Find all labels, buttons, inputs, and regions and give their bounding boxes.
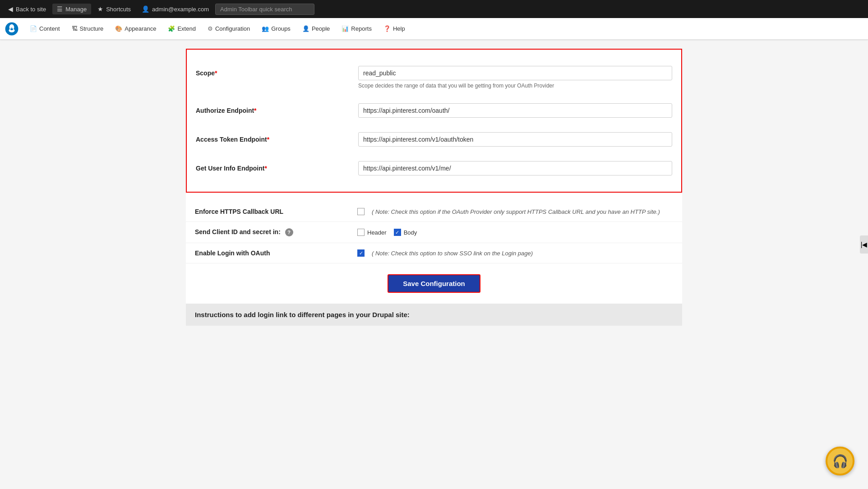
main-content: Scope* Scope decides the range of data t…: [0, 40, 868, 489]
structure-icon: 🏗: [72, 25, 78, 32]
enforce-https-controls: ( Note: Check this option if the OAuth P…: [357, 208, 673, 215]
scope-description: Scope decides the range of data that you…: [358, 83, 672, 89]
authorize-endpoint-input-wrap: [358, 103, 672, 118]
access-token-required-marker: *: [267, 136, 269, 143]
send-client-help-icon[interactable]: ?: [285, 228, 293, 236]
menu-icon: ☰: [57, 5, 63, 13]
nav-item-appearance[interactable]: 🎨 Appearance: [110, 23, 162, 35]
secondary-nav: 📄 Content 🏗 Structure 🎨 Appearance 🧩 Ext…: [0, 18, 868, 40]
authorize-required-marker: *: [254, 107, 256, 114]
enable-login-row: Enable Login with OAuth ✓ ( Note: Check …: [186, 243, 682, 263]
support-headset-icon: 🎧: [832, 454, 848, 469]
header-label: Header: [367, 229, 387, 236]
sidebar-toggle[interactable]: |◀: [860, 235, 868, 254]
enable-login-note: ( Note: Check this option to show SSO li…: [372, 250, 533, 257]
send-client-row: Send Client ID and secret in: ? Header ✓…: [186, 222, 682, 243]
enforce-https-note: ( Note: Check this option if the OAuth P…: [372, 208, 660, 215]
instructions-section: Instructions to add login link to differ…: [186, 304, 682, 326]
sidebar-toggle-icon: |◀: [861, 241, 868, 248]
authorize-endpoint-label: Authorize Endpoint*: [196, 103, 358, 114]
enforce-https-checkbox[interactable]: [357, 208, 365, 215]
scope-label: Scope*: [196, 66, 358, 77]
svg-point-5: [12, 28, 13, 28]
instructions-title: Instructions to add login link to differ…: [195, 311, 673, 318]
groups-icon: 👥: [262, 25, 269, 32]
access-token-endpoint-input-wrap: [358, 132, 672, 147]
appearance-icon: 🎨: [115, 25, 122, 32]
nav-item-extend[interactable]: 🧩 Extend: [162, 23, 201, 35]
support-icon[interactable]: 🎧: [826, 447, 854, 475]
send-client-label: Send Client ID and secret in: ?: [195, 228, 357, 236]
content-icon: 📄: [30, 25, 37, 32]
user-icon: 👤: [142, 5, 149, 13]
nav-item-reports[interactable]: 📊 Reports: [336, 23, 377, 35]
body-checkbox-wrap: ✓ Body: [394, 229, 417, 236]
save-button-row: Save Configuration: [186, 263, 682, 304]
configuration-icon: ⚙: [208, 25, 213, 32]
enforce-https-label: Enforce HTTPS Callback URL: [195, 208, 357, 215]
shortcuts-button[interactable]: ★ Shortcuts: [93, 4, 135, 14]
help-icon: ❓: [383, 25, 391, 32]
header-checkbox-wrap: Header: [357, 229, 387, 236]
body-checkbox[interactable]: ✓: [394, 229, 401, 236]
back-to-site-button[interactable]: ◀ Back to site: [4, 4, 51, 14]
scope-required-marker: *: [215, 69, 217, 77]
enable-login-checkbox[interactable]: ✓: [357, 249, 365, 257]
required-fields-section: Scope* Scope decides the range of data t…: [186, 49, 682, 193]
enable-login-controls: ✓ ( Note: Check this option to show SSO …: [357, 249, 673, 257]
access-token-endpoint-label: Access Token Endpoint*: [196, 132, 358, 143]
authorize-endpoint-row: Authorize Endpoint*: [196, 96, 672, 125]
scope-input-wrap: Scope decides the range of data that you…: [358, 66, 672, 89]
extend-icon: 🧩: [168, 25, 175, 32]
get-user-info-endpoint-row: Get User Info Endpoint*: [196, 154, 672, 183]
nav-item-configuration[interactable]: ⚙ Configuration: [202, 23, 255, 35]
nav-item-groups[interactable]: 👥 Groups: [256, 23, 296, 35]
enforce-https-row: Enforce HTTPS Callback URL ( Note: Check…: [186, 202, 682, 222]
send-client-controls: Header ✓ Body: [357, 229, 673, 236]
nav-item-structure[interactable]: 🏗 Structure: [66, 23, 109, 35]
authorize-endpoint-input[interactable]: [358, 103, 672, 118]
nav-item-content[interactable]: 📄 Content: [24, 23, 65, 35]
user-account-button[interactable]: 👤 admin@example.com: [137, 4, 213, 14]
header-checkbox[interactable]: [357, 229, 365, 236]
star-icon: ★: [97, 5, 103, 13]
access-token-endpoint-input[interactable]: [358, 132, 672, 147]
support-circle: 🎧: [826, 447, 854, 475]
get-user-info-endpoint-input[interactable]: [358, 161, 672, 175]
svg-point-4: [10, 28, 11, 28]
scope-input[interactable]: [358, 66, 672, 80]
user-info-required-marker: *: [264, 165, 267, 172]
body-label: Body: [404, 229, 417, 236]
reports-icon: 📊: [342, 25, 349, 32]
admin-toolbar: ◀ Back to site ☰ Manage ★ Shortcuts 👤 ad…: [0, 0, 868, 18]
manage-button[interactable]: ☰ Manage: [52, 4, 91, 14]
get-user-info-endpoint-input-wrap: [358, 161, 672, 175]
enable-login-label: Enable Login with OAuth: [195, 249, 357, 257]
access-token-endpoint-row: Access Token Endpoint*: [196, 125, 672, 154]
form-container: Scope* Scope decides the range of data t…: [186, 49, 682, 326]
drupal-logo: [4, 21, 20, 37]
nav-item-people[interactable]: 👤 People: [297, 23, 335, 35]
scope-row: Scope* Scope decides the range of data t…: [196, 59, 672, 96]
save-configuration-button[interactable]: Save Configuration: [388, 274, 480, 293]
nav-item-help[interactable]: ❓ Help: [378, 23, 411, 35]
get-user-info-endpoint-label: Get User Info Endpoint*: [196, 161, 358, 172]
admin-search-input[interactable]: [215, 4, 314, 15]
arrow-left-icon: ◀: [8, 5, 13, 13]
people-icon: 👤: [302, 25, 309, 32]
